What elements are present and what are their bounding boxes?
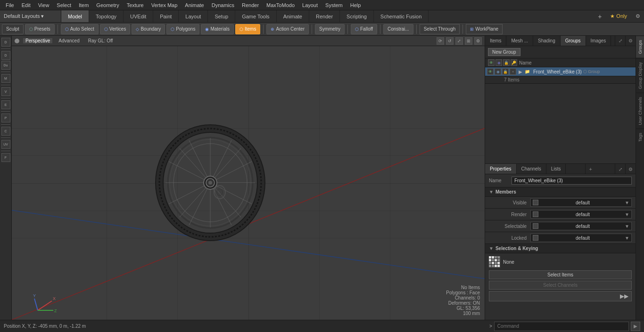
members-section-header[interactable]: ▼ Members <box>485 187 636 197</box>
layout-plus-btn[interactable]: + <box>594 13 605 20</box>
group-item-row[interactable]: 👁 ◉ 🔒 + ▶ 📁 Front_Wheel_eBike (3) ⬡ Grou… <box>485 67 636 76</box>
props-tab-channels[interactable]: Channels <box>517 164 546 174</box>
rp-expand-icon[interactable]: ⤢ <box>615 36 625 46</box>
left-tool-7[interactable]: P <box>1 113 10 122</box>
presets-btn[interactable]: ⬡ Presets <box>25 24 55 34</box>
props-tab-lists[interactable]: Lists <box>546 164 566 174</box>
sk-forward-button[interactable]: ▶▶ <box>489 291 632 301</box>
locked-select[interactable]: default ▼ <box>530 234 632 242</box>
left-tool-9[interactable]: UV <box>1 140 10 149</box>
autoselect-btn[interactable]: ⬡ Auto Select <box>61 24 99 34</box>
props-settings-icon[interactable]: ⚙ <box>625 164 636 174</box>
rp-settings-icon[interactable]: ⚙ <box>625 36 636 46</box>
viewport-perspective[interactable]: Perspective <box>23 38 52 43</box>
materials-btn[interactable]: ◉ Materials <box>201 24 234 34</box>
visible-select[interactable]: default ▼ <box>530 198 632 207</box>
menu-file[interactable]: File <box>2 0 18 10</box>
group-vis-icon[interactable]: 👁 <box>487 68 494 75</box>
menu-dynamics[interactable]: Dynamics <box>208 0 238 10</box>
sculpt-btn[interactable]: Sculpt <box>2 24 24 34</box>
left-tool-3[interactable]: Du <box>1 61 10 70</box>
layout-tab-layout[interactable]: Layout <box>179 10 208 22</box>
rp-tab-groups[interactable]: Groups <box>561 36 586 46</box>
col-icon-lock[interactable]: 🔒 <box>503 59 510 66</box>
left-tool-1[interactable]: D <box>1 38 10 47</box>
command-input[interactable] <box>494 322 629 331</box>
select-channels-button[interactable]: Select Channels <box>489 281 632 290</box>
menu-edit[interactable]: Edit <box>18 0 34 10</box>
layout-dropdown[interactable]: Default Layouts ▾ <box>0 10 61 22</box>
viewport-canvas[interactable]: No Items Polygons : Face Channels: 0 Def… <box>12 46 485 320</box>
menu-help[interactable]: Help <box>347 0 365 10</box>
layout-tab-schematic[interactable]: Schematic Fusion <box>374 10 429 22</box>
layout-tab-uvedit[interactable]: UVEdit <box>124 10 153 22</box>
left-tool-8[interactable]: C <box>1 127 10 136</box>
menu-select[interactable]: Select <box>53 0 75 10</box>
falloff-btn[interactable]: ⬡ Falloff <box>351 24 377 34</box>
right-vtab-tags[interactable]: Tags <box>636 129 644 146</box>
viewport-dot[interactable] <box>15 39 19 43</box>
items-btn[interactable]: ⬡ Items <box>235 24 260 34</box>
menu-animate[interactable]: Animate <box>181 0 207 10</box>
symmetry-btn[interactable]: Symmetry <box>315 24 345 34</box>
viewport-icon-maximize[interactable]: ⊞ <box>465 37 472 45</box>
name-input[interactable] <box>512 177 632 185</box>
viewport-advanced[interactable]: Advanced <box>56 38 82 43</box>
layout-settings-icon[interactable]: ⚙ <box>632 13 644 19</box>
props-expand-icon[interactable]: ⤢ <box>615 164 625 174</box>
rp-tab-mesh[interactable]: Mesh ... <box>506 36 533 46</box>
menu-render[interactable]: Render <box>238 0 263 10</box>
layout-tab-render[interactable]: Render <box>309 10 340 22</box>
workplane-btn[interactable]: ⊞ WorkPlane <box>466 24 503 34</box>
select-items-button[interactable]: Select Items <box>489 270 632 279</box>
group-key-icon[interactable]: + <box>510 68 516 75</box>
rp-tab-images[interactable]: Images <box>586 36 611 46</box>
right-vtab-group-display[interactable]: Group Display <box>636 58 644 93</box>
render-select[interactable]: default ▼ <box>530 210 632 219</box>
menu-system[interactable]: System <box>322 0 347 10</box>
col-icon-cam[interactable]: ◉ <box>495 59 502 66</box>
right-vtab-user-channels[interactable]: User Channels <box>636 93 644 129</box>
props-tab-properties[interactable]: Properties <box>485 164 517 174</box>
action-center-btn[interactable]: ⊕ Action Center <box>266 24 309 34</box>
viewport-ray-gl[interactable]: Ray GL: Off <box>86 38 116 43</box>
left-tool-5[interactable]: V <box>1 87 10 96</box>
menu-item[interactable]: Item <box>75 0 92 10</box>
left-tool-6[interactable]: E <box>1 100 10 109</box>
polygons-btn[interactable]: ⬡ Polygons <box>166 24 199 34</box>
layout-tab-setup[interactable]: Setup <box>208 10 235 22</box>
constraints-btn[interactable]: Constrai... <box>383 24 413 34</box>
group-lock-icon[interactable]: 🔒 <box>502 68 509 75</box>
group-expand-icon[interactable]: ▶ <box>518 69 523 74</box>
selectable-select[interactable]: default ▼ <box>530 222 632 230</box>
boundary-btn[interactable]: ◇ Boundary <box>132 24 165 34</box>
menu-view[interactable]: View <box>34 0 53 10</box>
command-run-button[interactable]: ▶ <box>631 322 640 331</box>
col-icon-key[interactable]: 🔑 <box>511 59 517 66</box>
viewport-icon-settings[interactable]: ⚙ <box>474 37 482 45</box>
vertices-btn[interactable]: ⬡ Vertices <box>100 24 131 34</box>
col-icon-eye[interactable]: 👁 <box>488 59 495 66</box>
right-vtab-groups[interactable]: Groups <box>636 36 644 58</box>
left-tool-2[interactable]: D <box>1 51 10 60</box>
viewport-icon-reset[interactable]: ↺ <box>446 37 454 45</box>
layout-tab-scripting[interactable]: Scripting <box>340 10 374 22</box>
layout-tab-model[interactable]: Model <box>61 10 89 22</box>
menu-texture[interactable]: Texture <box>123 0 148 10</box>
layout-tab-gametools[interactable]: Game Tools <box>235 10 277 22</box>
new-group-button[interactable]: New Group <box>488 48 520 56</box>
menu-vertexmap[interactable]: Vertex Map <box>148 0 182 10</box>
layout-tab-animate[interactable]: Animate <box>277 10 309 22</box>
group-render-icon[interactable]: ◉ <box>495 68 501 75</box>
viewport-icon-fit[interactable]: ⤢ <box>455 37 463 45</box>
menu-layout[interactable]: Layout <box>298 0 322 10</box>
rp-tab-shading[interactable]: Shading <box>533 36 561 46</box>
menu-geometry[interactable]: Geometry <box>92 0 123 10</box>
layout-tab-topology[interactable]: Topology <box>89 10 124 22</box>
props-tab-add-btn[interactable]: + <box>585 164 595 174</box>
viewport-icon-rotate[interactable]: ⟳ <box>437 37 444 45</box>
select-through-btn[interactable]: Select Through <box>420 24 460 34</box>
left-tool-4[interactable]: M <box>1 74 10 83</box>
menu-maxtomodo[interactable]: MaxToModo <box>263 0 298 10</box>
layout-tab-paint[interactable]: Paint <box>153 10 179 22</box>
